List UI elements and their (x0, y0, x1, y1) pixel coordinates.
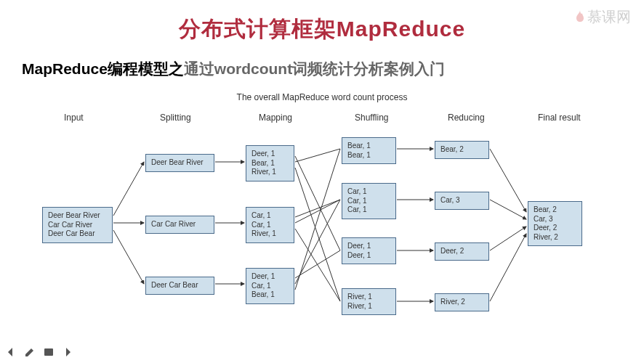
subtitle-light: 通过wordcount词频统计分析案例入门 (184, 60, 445, 77)
shuffle-box: Deer, 1Deer, 1 (342, 237, 396, 264)
back-button[interactable] (4, 346, 17, 359)
svg-line-20 (490, 200, 526, 219)
shuffle-box: River, 1River, 1 (342, 288, 396, 315)
input-line: Car Car River (48, 221, 107, 230)
shuffle-box: Bear, 1Bear, 1 (342, 137, 396, 164)
svg-line-6 (295, 156, 340, 250)
shuffle-box: Car, 1Car, 1Car, 1 (342, 183, 396, 219)
map-box: Deer, 1Bear, 1River, 1 (246, 145, 294, 182)
svg-line-19 (490, 149, 526, 212)
input-line: Deer Car Bear (48, 229, 107, 239)
col-mapping: Mapping (259, 113, 292, 123)
svg-line-13 (295, 200, 340, 284)
mapreduce-diagram: The overall MapReduce word count process… (35, 92, 609, 346)
split-box: Car Car River (145, 216, 214, 234)
watermark-text: 慕课网 (587, 7, 631, 27)
diagram-title: The overall MapReduce word count process (35, 92, 609, 102)
svg-line-11 (295, 229, 340, 301)
split-box: Deer Car Bear (145, 277, 214, 295)
svg-line-14 (295, 149, 340, 290)
svg-line-21 (490, 227, 526, 250)
page-subtitle: MapReduce编程模型之通过wordcount词频统计分析案例入门 (22, 59, 644, 79)
input-box: Deer Bear River Car Car River Deer Car B… (42, 207, 113, 243)
split-box: Deer Bear River (145, 154, 214, 172)
subtitle-bold: MapReduce编程模型之 (22, 60, 184, 77)
edit-button[interactable] (23, 346, 36, 359)
col-final: Final result (538, 113, 581, 123)
col-splitting: Splitting (160, 113, 191, 123)
reduce-box: River, 2 (435, 293, 489, 311)
forward-button[interactable] (61, 346, 74, 359)
svg-rect-23 (44, 348, 53, 356)
map-box: Deer, 1Car, 1Bear, 1 (246, 268, 294, 304)
svg-line-10 (295, 200, 340, 223)
svg-line-22 (490, 234, 526, 301)
col-reducing: Reducing (448, 113, 485, 123)
svg-line-7 (295, 149, 340, 162)
svg-line-12 (295, 250, 340, 278)
col-input: Input (64, 113, 84, 123)
reduce-box: Deer, 2 (435, 242, 489, 261)
reduce-box: Bear, 2 (435, 141, 489, 159)
input-line: Deer Bear River (48, 211, 107, 221)
col-shuffling: Shuffling (355, 113, 388, 123)
svg-line-9 (295, 200, 340, 217)
page-title: 分布式计算框架MapReduce (0, 15, 644, 44)
diagram-connectors (35, 92, 609, 346)
svg-line-0 (113, 162, 144, 216)
flame-icon (574, 10, 586, 25)
svg-line-8 (295, 168, 340, 301)
notes-button[interactable] (42, 346, 55, 359)
svg-line-2 (113, 230, 144, 284)
reduce-box: Car, 3 (435, 192, 489, 210)
final-box: Bear, 2 Car, 3 Deer, 2 River, 2 (528, 201, 582, 246)
watermark-logo: 慕课网 (574, 7, 631, 27)
slide-toolbar (4, 346, 74, 359)
map-box: Car, 1Car, 1River, 1 (246, 207, 294, 243)
